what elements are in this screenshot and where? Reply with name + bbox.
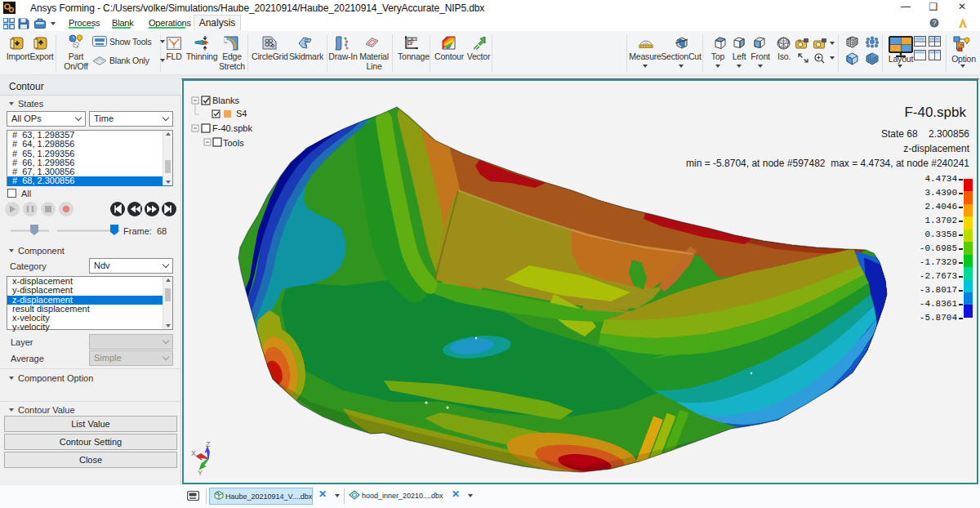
svg-text:Z: Z [206,440,211,448]
svg-text:?: ? [932,19,936,27]
svg-text:X: X [191,449,196,457]
svg-text:Y: Y [198,469,203,477]
